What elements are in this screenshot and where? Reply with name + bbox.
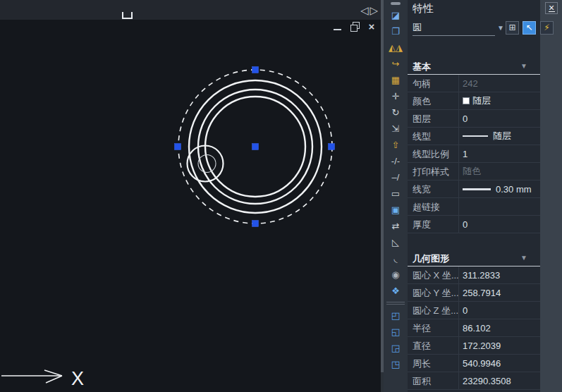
property-value-text: 258.7914 bbox=[463, 288, 501, 298]
line-sample-icon bbox=[463, 135, 488, 137]
property-label: 直径 bbox=[408, 337, 458, 354]
rotate-icon[interactable]: ↻ bbox=[384, 104, 408, 121]
property-row: 线型 随层 bbox=[408, 128, 540, 145]
property-value-text: 1 bbox=[463, 149, 468, 159]
scale-icon[interactable]: ⇲ bbox=[384, 121, 408, 137]
property-label: 颜色 bbox=[408, 92, 458, 109]
collapse-chevron-icon[interactable]: ▼ bbox=[520, 62, 527, 70]
copy-icon[interactable]: ❐ bbox=[384, 23, 408, 39]
grip-left[interactable] bbox=[175, 144, 181, 150]
property-row: 图层 0 bbox=[408, 110, 540, 128]
extend-icon[interactable]: –/ bbox=[384, 169, 408, 185]
break-icon[interactable]: ⇄ bbox=[384, 218, 408, 234]
close-icon: × bbox=[549, 2, 554, 13]
property-row: 线宽 0.30 mm bbox=[408, 180, 540, 198]
clip-icon[interactable]: ❖ bbox=[384, 283, 408, 299]
property-row: 打印样式 随色 bbox=[408, 163, 540, 180]
fillet-icon[interactable]: ◟ bbox=[384, 250, 408, 267]
erase-icon[interactable]: ◪ bbox=[384, 7, 408, 23]
offset-icon[interactable]: ↪ bbox=[384, 56, 408, 72]
blend-curves-icon[interactable]: ◉ bbox=[384, 267, 408, 283]
property-value[interactable]: 258.7914 bbox=[458, 284, 540, 301]
property-section: 几何图形 ▼ 圆心 X 坐... 311.2833 圆心 Y 坐... 258.… bbox=[408, 251, 540, 390]
property-label: 圆心 Z 坐... bbox=[408, 302, 458, 319]
property-value[interactable]: 86.102 bbox=[458, 319, 540, 336]
group-edit-icon[interactable]: ◲ bbox=[384, 340, 408, 356]
property-row: 厚度 0 bbox=[408, 216, 540, 233]
panel-scrollbar-track[interactable] bbox=[540, 0, 562, 392]
trim-icon[interactable]: -/- bbox=[384, 153, 408, 169]
toolbar-separator bbox=[386, 302, 405, 305]
property-label: 半径 bbox=[408, 319, 458, 336]
ungroup-icon[interactable]: ◱ bbox=[384, 324, 408, 340]
section-title: 基本 bbox=[413, 61, 431, 73]
line-sample-icon bbox=[463, 188, 491, 190]
property-value-text: 242 bbox=[463, 78, 478, 89]
property-label: 线宽 bbox=[408, 180, 458, 197]
property-value[interactable]: 1 bbox=[458, 145, 540, 162]
property-value: 242 bbox=[458, 75, 540, 92]
property-value-text: 随层 bbox=[493, 130, 511, 142]
edit-polyline-icon[interactable]: ▣ bbox=[384, 202, 408, 218]
property-label: 圆心 Y 坐... bbox=[408, 284, 458, 301]
chamfer-icon[interactable]: ◺ bbox=[384, 234, 408, 250]
grip-right[interactable] bbox=[329, 144, 335, 150]
property-value[interactable] bbox=[458, 198, 540, 215]
property-label: 线型比例 bbox=[408, 145, 458, 162]
property-value-text: 0.30 mm bbox=[496, 184, 532, 195]
property-label: 线型 bbox=[408, 128, 458, 145]
property-label: 打印样式 bbox=[408, 163, 458, 180]
property-value[interactable]: 540.9946 bbox=[458, 355, 540, 372]
property-label: 图层 bbox=[408, 110, 458, 127]
property-row: 面积 23290.3508 bbox=[408, 372, 540, 390]
select-objects-button[interactable]: ↖ bbox=[523, 21, 536, 35]
section-header[interactable]: 基本 ▼ bbox=[408, 59, 540, 75]
properties-panel: 特性 × 圆 ▼ ⊞ ↖ ⚡ 基本 ▼ 句柄 242 颜色 随层 bbox=[408, 0, 562, 392]
panel-title: 特性 bbox=[413, 2, 434, 16]
property-value[interactable]: 随层 bbox=[458, 92, 540, 109]
stretch-icon[interactable]: ⇧ bbox=[384, 137, 408, 153]
property-label: 超链接 bbox=[408, 198, 458, 215]
toolbar-drag-handle[interactable] bbox=[391, 2, 401, 5]
property-label: 周长 bbox=[408, 355, 458, 372]
property-row: 句柄 242 bbox=[408, 75, 540, 92]
mirror-icon[interactable]: ◭◮ bbox=[384, 39, 408, 56]
group-selection-icon[interactable]: ◳ bbox=[384, 356, 408, 372]
drawing-area[interactable]: ◁ ▷ × X bbox=[0, 0, 381, 392]
property-value[interactable]: 0 bbox=[458, 110, 540, 127]
array-icon[interactable]: ▦ bbox=[384, 72, 408, 88]
drawing-canvas[interactable]: X bbox=[0, 0, 381, 392]
property-value[interactable]: 随层 bbox=[458, 128, 540, 145]
color-swatch bbox=[463, 97, 470, 104]
ucs-x-label: X bbox=[71, 368, 84, 389]
property-value[interactable]: 23290.3508 bbox=[458, 372, 540, 389]
property-row: 颜色 随层 bbox=[408, 92, 540, 110]
property-value[interactable]: 0.30 mm bbox=[458, 180, 540, 197]
object-selector-row: 圆 ▼ ⊞ ↖ ⚡ bbox=[408, 20, 562, 38]
quick-select-button[interactable]: ⚡ bbox=[540, 21, 554, 35]
property-value-text: 540.9946 bbox=[463, 358, 501, 369]
property-row: 圆心 Y 坐... 258.7914 bbox=[408, 284, 540, 302]
panel-close-button[interactable]: × bbox=[545, 2, 558, 14]
section-header[interactable]: 几何图形 ▼ bbox=[408, 251, 540, 267]
grip-bottom[interactable] bbox=[252, 221, 259, 227]
object-type-select[interactable]: 圆 bbox=[413, 21, 495, 36]
property-value[interactable]: 0 bbox=[458, 302, 540, 319]
property-row: 圆心 X 坐... 311.2833 bbox=[408, 267, 540, 284]
toggle-pickadd-button[interactable]: ⊞ bbox=[506, 21, 519, 35]
section-title: 几何图形 bbox=[413, 252, 449, 265]
application-window: ◁ ▷ × X ◪❐◭◮↪▦✛↻⇲⇧-/-–/▭▣⇄◺◟◉❖◰◱◲◳ 特性 × … bbox=[0, 0, 562, 392]
property-value[interactable]: 311.2833 bbox=[458, 267, 540, 283]
move-icon[interactable]: ✛ bbox=[384, 88, 408, 104]
property-section: 基本 ▼ 句柄 242 颜色 随层 图层 0 线型 随层 bbox=[408, 59, 540, 233]
property-label: 厚度 bbox=[408, 216, 458, 233]
property-label: 面积 bbox=[408, 372, 458, 389]
rectangle-icon[interactable]: ▭ bbox=[384, 185, 408, 202]
property-value[interactable]: 172.2039 bbox=[458, 337, 540, 354]
chevron-down-icon[interactable]: ▼ bbox=[497, 24, 504, 32]
group-icon[interactable]: ◰ bbox=[384, 307, 408, 324]
property-value[interactable]: 0 bbox=[458, 216, 540, 233]
grip-center[interactable] bbox=[252, 144, 259, 150]
grip-top[interactable] bbox=[252, 67, 259, 73]
collapse-chevron-icon[interactable]: ▼ bbox=[520, 254, 527, 262]
